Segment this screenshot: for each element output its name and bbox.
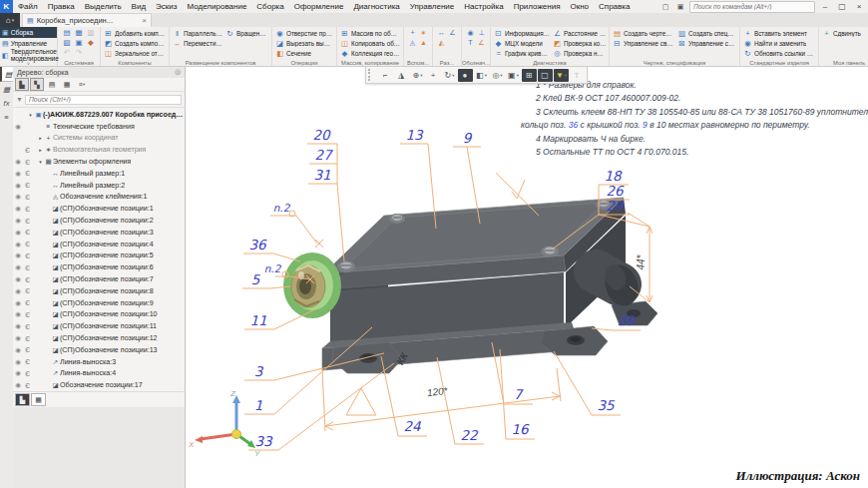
menu-item[interactable]: Моделирование	[182, 0, 251, 13]
system-tool-icon[interactable]: ▤	[61, 28, 73, 38]
ribbon-button[interactable]: ◩ Создать компоновочн...	[104, 38, 166, 48]
menu-item[interactable]: Правка	[43, 0, 80, 13]
dimension-tool-icon[interactable]: ◭	[436, 38, 447, 48]
position-link[interactable]: 36	[569, 120, 578, 130]
tree-root-item[interactable]: ▾ ▣ (-)АЮИЖ.687229.007 Коробка присоедин…	[13, 109, 185, 121]
tree-item[interactable]: ◉ Є ◪ (СП)Обозначение позиции:3	[13, 227, 185, 239]
system-tool-icon[interactable]: ▦	[73, 28, 85, 38]
position-callout[interactable]: 26	[606, 185, 623, 199]
ribbon-button[interactable]: ▥ Создать спецификаци...	[677, 28, 737, 38]
layout-icon[interactable]: ▣	[674, 3, 686, 11]
viewbar-button[interactable]: ⊕▾	[410, 69, 425, 82]
include-icon[interactable]: Є	[23, 252, 32, 259]
position-callout[interactable]: 24	[403, 420, 420, 434]
gear-icon[interactable]: ◎	[175, 68, 181, 76]
position-callout[interactable]: 20	[312, 129, 329, 143]
ribbon-button[interactable]: ↻ Вращение-вращение	[225, 28, 269, 38]
dimension-value[interactable]: 44*	[637, 254, 647, 269]
position-callout[interactable]: 16	[511, 423, 528, 437]
aux-tool-icon[interactable]: +	[407, 28, 418, 38]
tree-item[interactable]: ◉ Є ◪ (СП)Обозначение позиции:5	[13, 250, 185, 262]
ribbon-button[interactable]: + Вставить элемент	[743, 28, 815, 38]
visibility-eye-icon[interactable]: ◉	[13, 158, 23, 166]
position-callout[interactable]: 33	[254, 435, 271, 449]
position-callout[interactable]: n.2	[273, 203, 290, 214]
tree-item[interactable]: ▸ + Системы координат	[13, 133, 185, 145]
drag-handle[interactable]	[368, 69, 375, 81]
system-tool-icon[interactable]: ▧	[61, 38, 73, 48]
include-icon[interactable]: Є	[23, 323, 32, 330]
viewbar-button[interactable]: ◎▾	[490, 69, 505, 82]
include-icon[interactable]: Є	[23, 241, 32, 247]
include-icon[interactable]: Є	[23, 229, 32, 236]
tab-close-icon[interactable]: ×	[142, 16, 147, 25]
tree-item[interactable]: ◉ Є ◬ Обозначение клеймения:1	[13, 192, 185, 204]
gasket-and-gland[interactable]	[283, 252, 341, 318]
aux-tool-icon[interactable]: ◬	[407, 38, 418, 48]
visibility-eye-icon[interactable]: ◉	[13, 263, 23, 271]
include-icon[interactable]: Є	[23, 299, 32, 306]
viewbar-button[interactable]: Т	[570, 69, 585, 82]
tree-item[interactable]: Є ▸ ∗ Вспомогательная геометрия	[13, 144, 185, 156]
expand-arrow-icon[interactable]: ▾	[37, 159, 44, 165]
position-callout[interactable]: 13	[405, 129, 422, 143]
tree-search-input[interactable]	[25, 95, 182, 105]
visibility-eye-icon[interactable]: ◉	[13, 241, 23, 248]
visibility-eye-icon[interactable]: ◉	[13, 287, 23, 295]
viewbar-button[interactable]: ▢	[538, 69, 553, 82]
layout-icon[interactable]: ▢	[659, 3, 671, 11]
tree-tab-icon[interactable]: ▙	[15, 393, 30, 406]
tree-item[interactable]: ◉ ≡ Технические требования	[13, 121, 185, 133]
position-callout[interactable]: 3	[254, 365, 263, 379]
annotation-tool-icon[interactable]: ◉	[465, 28, 476, 38]
visibility-eye-icon[interactable]: ◉	[13, 358, 23, 366]
tree-item[interactable]: ◉ Є ▾ ▦ Элементы оформления	[13, 156, 185, 168]
minimize-button[interactable]: –	[818, 2, 832, 11]
dimension-tool-icon[interactable]: ∠	[447, 28, 458, 38]
include-icon[interactable]: Є	[23, 159, 32, 166]
position-callout[interactable]: 29	[606, 200, 623, 214]
tree-item[interactable]: ◉ Є ↔ Линейный размер:2	[13, 180, 185, 192]
ribbon-button[interactable]: ◫ Зеркальное отражение ко...	[104, 49, 166, 59]
visibility-eye-icon[interactable]: ◉	[13, 275, 23, 283]
viewbar-button[interactable]: +	[426, 69, 441, 82]
close-button[interactable]: ×	[852, 2, 866, 11]
expand-arrow-icon[interactable]: ▸	[37, 147, 44, 153]
position-callout[interactable]: 22	[460, 429, 477, 443]
filter-icon[interactable]: ▼	[16, 96, 23, 103]
viewbar-button[interactable]: ⌐	[378, 69, 393, 82]
menu-item[interactable]: Настройка	[459, 0, 508, 13]
ribbon-button[interactable]: ⊟ Управление связанными ч...	[613, 38, 674, 48]
visibility-eye-icon[interactable]: ◉	[13, 229, 23, 237]
tree-toolbar-icon[interactable]: ▚	[30, 78, 44, 91]
position-callout[interactable]: 5	[251, 273, 260, 287]
tree-item[interactable]: ◉ Є ◪ (СП)Обозначение позиции:10	[13, 309, 185, 321]
tree-toolbar-icon[interactable]: ▦	[60, 78, 74, 91]
aux-tool-icon[interactable]: ▲	[418, 38, 429, 48]
include-icon[interactable]: Є	[23, 182, 32, 189]
ribbon-button[interactable]: ◉ Найти и заменить	[743, 38, 815, 48]
visibility-eye-icon[interactable]: ◉	[13, 381, 23, 389]
tree-item[interactable]: ◉ Є ◪ (СП)Обозначение позиции:1	[13, 203, 185, 215]
position-callout[interactable]: 27	[314, 149, 331, 163]
position-callout[interactable]: 35	[597, 399, 614, 413]
include-icon[interactable]: Є	[23, 147, 32, 154]
position-callout[interactable]: n.2	[264, 263, 281, 274]
tree-toolbar-icon[interactable]: ▙	[15, 78, 29, 91]
include-icon[interactable]: Є	[23, 194, 32, 201]
visibility-eye-icon[interactable]: ◉	[13, 346, 23, 354]
ribbon-button[interactable]: ▤ Создать чертеж по модели	[613, 28, 674, 38]
include-icon[interactable]: Є	[23, 335, 32, 342]
visibility-eye-icon[interactable]: ◉	[13, 369, 23, 377]
system-tool-icon[interactable]: ↷	[73, 48, 85, 58]
tree-item[interactable]: ◉ Є ◪ (СП)Обозначение позиции:11	[13, 320, 185, 332]
menu-item[interactable]: Справка	[594, 0, 635, 13]
ribbon-button[interactable]: ◆ МЦХ модели	[494, 38, 550, 48]
tree-item[interactable]: ◉ Є ↗ Линия-выноска:3	[13, 356, 185, 368]
tree-item[interactable]: ◉ Є ◪ (СП)Обозначение позиции:9	[13, 297, 185, 309]
viewbar-button[interactable]: ▣▾	[506, 69, 521, 82]
tree-item[interactable]: ◉ Є ◪ (СП)Обозначение позиции:8	[13, 285, 185, 297]
visibility-eye-icon[interactable]: ◉	[13, 251, 23, 259]
home-button[interactable]: ⌂ ▾	[0, 13, 20, 27]
viewbar-button[interactable]: ⊞	[522, 69, 537, 82]
